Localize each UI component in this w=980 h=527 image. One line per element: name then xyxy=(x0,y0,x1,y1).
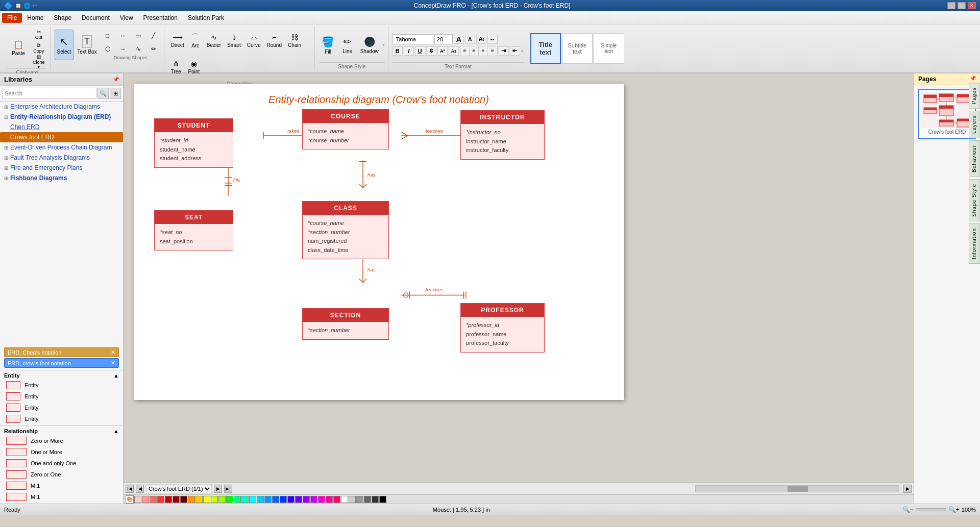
menu-solution-park[interactable]: Solution Park xyxy=(183,13,229,23)
lib-faulttree[interactable]: ⊞ Fault Tree Analysis Diagrams xyxy=(0,153,123,163)
color-swatch[interactable] xyxy=(257,496,264,503)
color-swatch[interactable] xyxy=(349,496,356,503)
instructor-entity[interactable]: INSTRUCTOR *instructor_no instructor_nam… xyxy=(460,110,545,160)
scroll-right-button[interactable]: ▶ xyxy=(903,485,912,493)
zoom-slider[interactable] xyxy=(916,508,946,511)
section-entity[interactable]: SECTION *section_number xyxy=(302,308,389,340)
rounded-rect-tool[interactable]: ▭ xyxy=(131,30,145,42)
tab-shape-style[interactable]: Shape Style xyxy=(969,179,980,221)
menu-view[interactable]: View xyxy=(115,13,138,23)
subscript-button[interactable]: A₂ xyxy=(449,46,459,56)
chain-button[interactable]: ⛓ Chain xyxy=(285,28,304,53)
shape-entity-3[interactable]: Entity xyxy=(0,402,123,413)
color-swatch[interactable] xyxy=(272,496,279,503)
tab-pages[interactable]: Pages xyxy=(969,83,980,109)
line-button[interactable]: ✏ Line xyxy=(338,30,357,60)
color-swatch[interactable] xyxy=(356,496,363,503)
more-format-button[interactable]: ▪▪ xyxy=(487,35,498,44)
color-swatch[interactable] xyxy=(226,496,233,503)
select-button[interactable]: ↖ Select xyxy=(55,30,74,60)
text-format-expand[interactable]: ▾ xyxy=(521,48,524,54)
zoom-out-button[interactable]: 🔍− xyxy=(902,506,914,513)
shape-entity-2[interactable]: Entity xyxy=(0,391,123,402)
align-justify-button[interactable]: ≡ xyxy=(488,46,497,56)
lib-enterprise[interactable]: ⊞ Enterprise Architecture Diagrams xyxy=(0,102,123,112)
h-scrollbar[interactable] xyxy=(695,485,899,492)
color-swatch[interactable] xyxy=(303,496,310,503)
align-center-button[interactable]: ≡ xyxy=(470,46,479,56)
color-swatch[interactable] xyxy=(333,496,340,503)
color-swatch[interactable] xyxy=(372,496,379,503)
chen-tag-close[interactable]: ✕ xyxy=(111,349,115,356)
font-size-input[interactable] xyxy=(434,34,453,44)
color-swatch[interactable] xyxy=(234,496,241,503)
student-entity[interactable]: STUDENT *student_id student_name student… xyxy=(154,118,233,168)
chen-tag[interactable]: ERD, Chen's notation ✕ xyxy=(4,347,119,357)
freehand-tool[interactable]: ✏ xyxy=(146,43,161,55)
color-swatch[interactable] xyxy=(150,496,157,503)
clear-format-button[interactable]: Aᵢ xyxy=(476,35,486,44)
color-swatch[interactable] xyxy=(280,496,287,503)
tab-information[interactable]: Information xyxy=(969,223,980,264)
color-swatch[interactable] xyxy=(157,496,164,503)
close-button[interactable]: ✕ xyxy=(968,2,976,9)
menu-file[interactable]: File xyxy=(2,13,22,23)
color-swatch[interactable] xyxy=(264,496,272,503)
shape-zero-or-one[interactable]: Zero or One xyxy=(0,469,123,480)
clone-button[interactable]: ⊞ Clone ▼ xyxy=(31,55,47,68)
lib-fishbone[interactable]: ⊞ Fishbone Diagrams xyxy=(0,173,123,183)
underline-button[interactable]: U xyxy=(415,46,425,56)
paste-button[interactable]: 📋 Paste xyxy=(7,33,30,63)
color-swatch[interactable] xyxy=(173,496,180,503)
fill-button[interactable]: 🪣 Fill xyxy=(319,30,337,60)
crowsfoot-tag[interactable]: ERD, crow's foot notation ✕ xyxy=(4,358,119,368)
italic-button[interactable]: I xyxy=(404,46,414,56)
subtitle-text-button[interactable]: Subtitle text xyxy=(562,33,593,64)
ellipse-tool[interactable]: ○ xyxy=(116,30,130,42)
zoom-in-button[interactable]: 🔍+ xyxy=(948,506,960,513)
curve-button[interactable]: ⌓ Curve xyxy=(244,28,263,53)
h-scrollbar-thumb[interactable] xyxy=(788,486,808,492)
shadow-button[interactable]: 🌑 Shadow xyxy=(358,30,381,60)
shape-m1-1[interactable]: M:1 xyxy=(0,480,123,491)
page-select[interactable]: Crow's foot ERD (1/1) xyxy=(146,484,212,493)
lib-erd[interactable]: ⊟ Entity-Relationship Diagram (ERD) xyxy=(0,112,123,122)
page-thumbnail[interactable]: Crow's foot ERD xyxy=(918,89,976,139)
color-swatch[interactable] xyxy=(142,496,149,503)
canvas-scroll-area[interactable]: Entity-relationship diagram (Crow's foot… xyxy=(124,73,914,482)
shape-entity-1[interactable]: Entity xyxy=(0,380,123,391)
color-swatch[interactable] xyxy=(188,496,195,503)
lib-fire[interactable]: ⊞ Fire and Emergency Plans xyxy=(0,163,123,173)
relationship-section-collapse[interactable]: ▲ xyxy=(113,428,119,434)
color-swatch[interactable] xyxy=(310,496,317,503)
indent-button[interactable]: ⇥ xyxy=(499,46,509,56)
strikethrough-button[interactable]: S̶ xyxy=(426,46,436,56)
libraries-pin[interactable]: 📌 xyxy=(113,77,119,82)
shape-one-only[interactable]: One and only One xyxy=(0,458,123,469)
round-button[interactable]: ⌐ Round xyxy=(264,28,284,53)
class-entity[interactable]: CLASS *course_name *section_number num_r… xyxy=(302,201,389,259)
color-swatch[interactable] xyxy=(195,496,203,503)
outdent-button[interactable]: ⇤ xyxy=(510,46,520,56)
search-button[interactable]: 🔍 xyxy=(97,88,109,99)
menu-presentation[interactable]: Presentation xyxy=(138,13,183,23)
smart-button[interactable]: ⤵ Smart xyxy=(225,28,243,53)
arrow-tool[interactable]: → xyxy=(116,43,130,55)
decrease-font-button[interactable]: A xyxy=(465,35,475,44)
copy-button[interactable]: ⧉ Copy xyxy=(31,41,47,55)
menu-home[interactable]: Home xyxy=(22,13,48,23)
color-swatch[interactable] xyxy=(211,496,218,503)
color-swatch[interactable] xyxy=(287,496,295,503)
color-swatch[interactable] xyxy=(180,496,187,503)
color-picker-button[interactable]: 🎨 xyxy=(126,495,134,504)
font-family-input[interactable] xyxy=(393,34,433,44)
arc-button[interactable]: ⌒ Arc xyxy=(188,28,203,53)
color-swatch[interactable] xyxy=(326,496,333,503)
last-page-button[interactable]: ▶| xyxy=(224,485,232,493)
minimize-button[interactable]: _ xyxy=(947,2,955,9)
crowsfoot-tag-close[interactable]: ✕ xyxy=(111,360,115,366)
lib-crowsfoot[interactable]: Crows foot ERD xyxy=(0,132,123,142)
professor-entity[interactable]: PROFESSOR *professor_id professor_name p… xyxy=(460,303,545,353)
text-box-button[interactable]: T Text Box xyxy=(75,30,99,60)
next-page-button[interactable]: ▶ xyxy=(214,485,222,493)
